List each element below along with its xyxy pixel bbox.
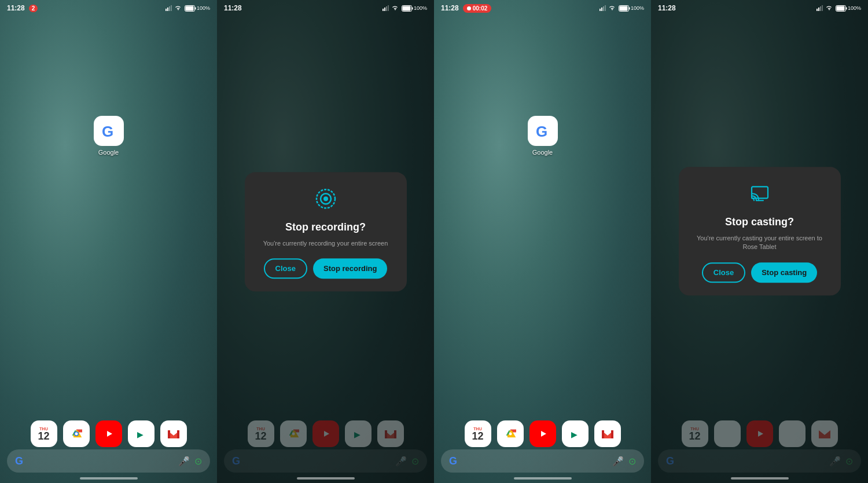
dialog-title-4: Stop casting? — [725, 216, 794, 228]
dock-youtube-4 — [746, 420, 773, 447]
svg-rect-45 — [611, 430, 613, 438]
status-time-4: 11:28 — [658, 4, 676, 12]
wifi-icon-3 — [608, 5, 616, 11]
wifi-icon-2 — [391, 5, 399, 11]
dock-3: THU 12 ▶ — [465, 420, 621, 447]
close-button-2[interactable]: Close — [264, 259, 307, 279]
dock-youtube-3[interactable] — [529, 420, 556, 447]
status-time-3: 11:28 — [441, 4, 459, 12]
svg-point-56 — [785, 426, 800, 441]
dialog-buttons-2: Close Stop recording — [264, 259, 388, 279]
svg-rect-13 — [168, 430, 170, 438]
svg-rect-1 — [185, 6, 193, 10]
svg-point-7 — [75, 433, 78, 436]
svg-rect-16 — [402, 6, 410, 10]
battery-icon-2: 100% — [402, 5, 427, 12]
dock-calendar-4: THU 12 — [682, 420, 708, 447]
svg-text:G: G — [536, 123, 547, 140]
stop-casting-dialog: Stop casting? You're currently casting y… — [679, 167, 841, 295]
signal-icon-2 — [382, 5, 389, 11]
dialog-buttons-4: Close Stop casting — [702, 262, 817, 283]
stop-recording-button[interactable]: Stop recording — [313, 259, 387, 279]
panel-1-home: 11:28 2 100% — [0, 0, 217, 483]
svg-rect-31 — [394, 430, 396, 438]
dock-calendar-1[interactable]: THU 12 — [31, 420, 57, 447]
notification-badge-1: 2 — [29, 5, 38, 12]
dock-chrome-3[interactable] — [497, 420, 524, 447]
status-time-1: 11:28 — [7, 4, 25, 12]
dock-gmail-2 — [377, 420, 404, 447]
wifi-icon-4 — [825, 5, 833, 11]
svg-text:▶: ▶ — [571, 430, 578, 439]
svg-rect-33 — [619, 6, 627, 10]
home-indicator-2 — [297, 477, 355, 480]
home-indicator-3 — [514, 477, 572, 480]
battery-icon-1: 100% — [185, 5, 210, 12]
status-icons-3: 100% — [599, 5, 644, 12]
google-icon-3: G — [528, 116, 558, 146]
home-indicator-1 — [80, 477, 138, 480]
wifi-icon-1 — [174, 5, 182, 11]
svg-text:G: G — [102, 123, 113, 140]
svg-point-24 — [292, 433, 295, 436]
svg-text:▶: ▶ — [137, 430, 144, 439]
status-icons-4: 100% — [816, 5, 861, 12]
dock-play-1[interactable]: ▶ — [128, 420, 155, 447]
dialog-subtitle-2: You're currently recording your entire s… — [263, 239, 388, 248]
svg-rect-30 — [385, 430, 387, 438]
dock-1: THU 12 ▶ — [31, 420, 187, 447]
dock-calendar-2: THU 12 — [248, 420, 274, 447]
dock-calendar-3[interactable]: THU 12 — [465, 420, 491, 447]
dock-chrome-1[interactable] — [63, 420, 90, 447]
home-app-area-1: G Google — [94, 116, 124, 156]
status-time-2: 11:28 — [224, 4, 242, 12]
panel-2-recording-dialog: 11:28 100% — [217, 0, 434, 483]
search-bar-1[interactable]: G 🎤 ⊙ — [7, 449, 210, 473]
search-bar-3[interactable]: G 🎤 ⊙ — [441, 449, 644, 473]
lens-icon-1: ⊙ — [194, 456, 202, 467]
svg-rect-48 — [845, 7, 847, 9]
status-icons-2: 100% — [382, 5, 427, 12]
google-icon-1: G — [94, 116, 124, 146]
battery-icon-3: 100% — [619, 5, 644, 12]
dock-play-3[interactable]: ▶ — [562, 420, 589, 447]
search-bar-4: G 🎤 ⊙ — [658, 449, 861, 473]
dock-gmail-1[interactable] — [160, 420, 187, 447]
rec-dot-3 — [467, 6, 471, 10]
panel-4-casting-dialog: 11:28 100% — [651, 0, 868, 483]
dock-youtube-2 — [312, 420, 339, 447]
svg-rect-47 — [836, 6, 844, 10]
wallpaper-3 — [434, 0, 651, 483]
google-app-icon-3[interactable]: G Google — [528, 116, 558, 156]
svg-rect-14 — [177, 430, 179, 438]
status-bar-3: 11:28 00:02 100% — [434, 0, 651, 16]
search-bar-2: G 🎤 ⊙ — [224, 449, 427, 473]
status-icons-1: 100% — [165, 5, 210, 12]
svg-rect-44 — [602, 430, 604, 438]
google-label-1: Google — [98, 149, 119, 156]
google-app-icon-1[interactable]: G Google — [94, 116, 124, 156]
dock-chrome-4 — [714, 420, 741, 447]
svg-rect-34 — [628, 7, 630, 9]
close-button-4[interactable]: Close — [702, 262, 745, 283]
dock-gmail-4 — [811, 420, 838, 447]
record-icon-dialog — [315, 188, 336, 213]
panel-3-recording-active: 11:28 00:02 100% — [434, 0, 651, 483]
svg-point-20 — [323, 196, 328, 201]
stop-recording-dialog: Stop recording? You're currently recordi… — [245, 172, 407, 291]
status-bar-1: 11:28 2 100% — [0, 0, 217, 16]
dialog-subtitle-4: You're currently casting your entire scr… — [693, 234, 827, 252]
cast-icon-dialog — [749, 183, 770, 208]
home-app-area-3: G Google — [528, 116, 558, 156]
recording-indicator-3: 00:02 — [463, 4, 492, 13]
battery-icon-4: 100% — [836, 5, 861, 12]
dock-2: THU 12 ▶ — [248, 420, 404, 447]
svg-rect-2 — [194, 7, 196, 9]
svg-rect-17 — [411, 7, 413, 9]
dock-play-2: ▶ — [345, 420, 372, 447]
dialog-title-2: Stop recording? — [285, 221, 366, 233]
dock-gmail-3[interactable] — [594, 420, 621, 447]
dock-youtube-1[interactable] — [95, 420, 122, 447]
stop-casting-button[interactable]: Stop casting — [751, 262, 817, 283]
svg-point-38 — [509, 433, 512, 436]
